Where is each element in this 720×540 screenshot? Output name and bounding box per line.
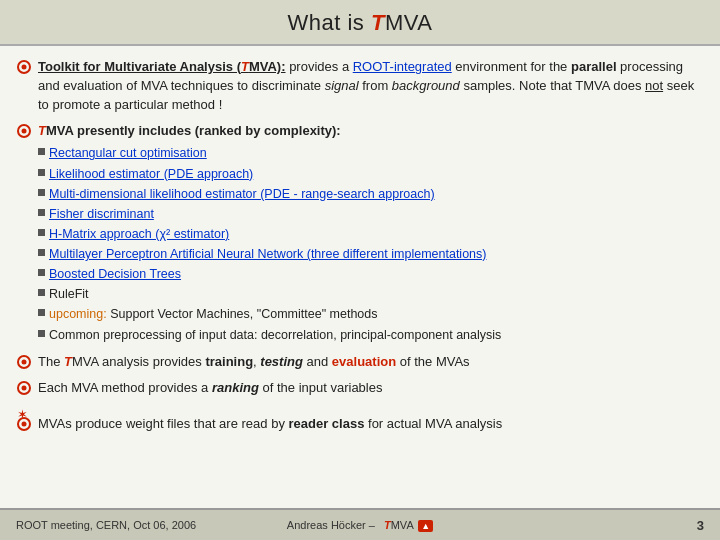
slide-footer: ROOT meeting, CERN, Oct 06, 2006 Andreas… [0,508,720,540]
list-item: RuleFit [38,285,696,303]
list-item-text: Rectangular cut optimisation [49,144,207,162]
page-number: 3 [697,518,704,533]
list-item: Rectangular cut optimisation [38,144,696,162]
bullet-icon-training [16,354,38,373]
sub-bullet-sq [38,330,45,337]
slide-title: What is TMVA [20,10,700,36]
list-item-text: Multi-dimensional likelihood estimator (… [49,185,435,203]
sub-list-includes: Rectangular cut optimisation Likelihood … [38,144,696,343]
footer-event: ROOT meeting, CERN, Oct 06, 2006 [16,519,196,531]
footer-author: Andreas Höcker – [287,519,375,531]
footer-center: Andreas Höcker – TMVA ▲ [245,519,474,531]
sub-bullet-sq [38,209,45,216]
slide: What is TMVA Toolkit for Multivariate An… [0,0,720,540]
footer-logo: TMVA ▲ [384,519,433,531]
list-item-text: Fisher discriminant [49,205,154,223]
svg-point-10 [22,421,27,426]
sub-bullet-sq [38,148,45,155]
sub-bullet-sq [38,229,45,236]
sub-bullet-sq [38,169,45,176]
sub-bullet-sq [38,269,45,276]
list-item-text: Multilayer Perceptron Artificial Neural … [49,245,486,263]
bullet-weight: MVAs produce weight files that are read … [16,415,696,435]
bullet-includes: TMVA presently includes (ranked by compl… [16,122,696,346]
slide-content: Toolkit for Multivariate Analysis (TMVA)… [0,46,720,508]
sub-bullet-sq [38,249,45,256]
bullet-text-includes: TMVA presently includes (ranked by compl… [38,122,696,346]
list-item-text: RuleFit [49,285,89,303]
list-item-text: Common preprocessing of input data: deco… [49,326,501,344]
bullet-icon-includes [16,123,38,142]
slide-header: What is TMVA [0,0,720,46]
sub-bullet-sq [38,289,45,296]
list-item: Multilayer Perceptron Artificial Neural … [38,245,696,263]
list-item-text: Boosted Decision Trees [49,265,181,283]
svg-point-5 [22,359,27,364]
bullet-text-weight: MVAs produce weight files that are read … [38,415,696,434]
sub-bullet-sq [38,309,45,316]
footer-left: ROOT meeting, CERN, Oct 06, 2006 [16,519,245,531]
title-italic-T: T [371,10,385,35]
list-item-boosted: Boosted Decision Trees [38,265,696,283]
svg-point-3 [22,128,27,133]
list-item: Fisher discriminant [38,205,696,223]
list-item: upcoming: Support Vector Machines, "Comm… [38,305,696,323]
list-item-text: upcoming: Support Vector Machines, "Comm… [49,305,378,323]
svg-point-7 [22,385,27,390]
bullet-ranking: Each MVA method provides a ranking of th… [16,379,696,399]
bullet-text-training: The TMVA analysis provides training, tes… [38,353,696,372]
bullet-icon-ranking [16,380,38,399]
list-item: Likelihood estimator (PDE approach) [38,165,696,183]
list-item-text: Likelihood estimator (PDE approach) [49,165,253,183]
bullet-text-toolkit: Toolkit for Multivariate Analysis (TMVA)… [38,58,696,115]
list-item-text: H-Matrix approach (χ² estimator) [49,225,229,243]
sub-bullet-sq [38,189,45,196]
bullet-training: The TMVA analysis provides training, tes… [16,353,696,373]
bullet-toolkit: Toolkit for Multivariate Analysis (TMVA)… [16,58,696,115]
svg-point-1 [22,65,27,70]
list-item: Common preprocessing of input data: deco… [38,326,696,344]
bullet-icon-toolkit [16,59,38,78]
bullet-text-ranking: Each MVA method provides a ranking of th… [38,379,696,398]
bullet-icon-weight [16,416,38,435]
footer-right: 3 [475,518,704,533]
list-item: H-Matrix approach (χ² estimator) [38,225,696,243]
list-item: Multi-dimensional likelihood estimator (… [38,185,696,203]
